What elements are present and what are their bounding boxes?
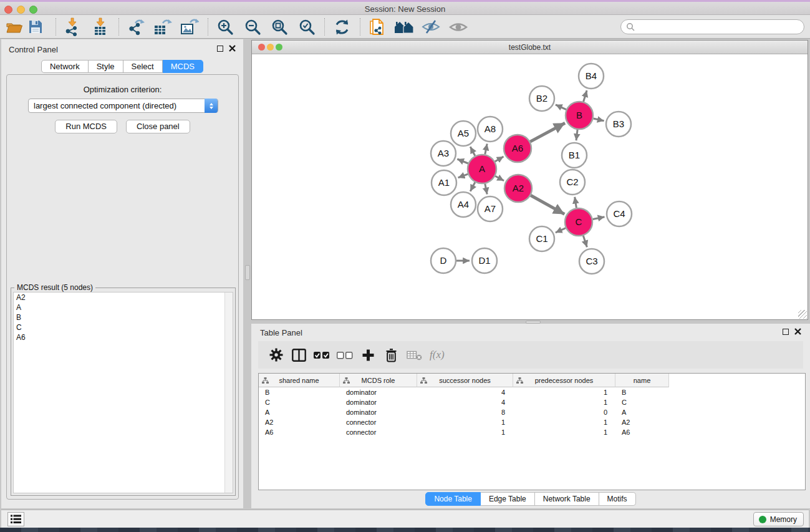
mcds-result-item[interactable]: A (14, 302, 233, 312)
tab-motifs[interactable]: Motifs (599, 492, 636, 506)
graph-node-A5[interactable]: A5 (451, 121, 476, 146)
save-icon[interactable] (27, 17, 44, 36)
graph-node-A2[interactable]: A2 (504, 175, 532, 202)
tab-network[interactable]: Network (41, 60, 89, 73)
table-cell[interactable]: C (259, 397, 340, 407)
open-folder-icon[interactable] (5, 17, 24, 36)
task-history-list-icon[interactable] (7, 512, 24, 526)
edge-A-A5[interactable] (470, 147, 475, 156)
table-cell[interactable]: B (615, 387, 669, 397)
add-column-plus-icon[interactable] (357, 349, 380, 362)
zoom-fit-icon[interactable] (271, 17, 288, 36)
edge-B-B1[interactable] (576, 130, 577, 140)
graph-node-C[interactable]: C (565, 208, 592, 236)
zoom-selected-icon[interactable] (298, 17, 316, 36)
zoom-in-icon[interactable] (216, 17, 234, 36)
table-settings-gear-icon[interactable] (264, 348, 287, 362)
mcds-result-item[interactable]: C (14, 322, 233, 332)
horizontal-splitter-handle[interactable] (526, 321, 541, 324)
table-cell[interactable]: C (615, 397, 669, 407)
close-table-panel-icon[interactable] (794, 328, 801, 335)
graph-node-A1[interactable]: A1 (432, 170, 456, 195)
tab-node-table[interactable]: Node Table (425, 492, 481, 506)
edge-B-B2[interactable] (556, 105, 566, 110)
graph-node-B[interactable]: B (566, 102, 593, 129)
graph-node-A4[interactable]: A4 (451, 192, 476, 217)
edge-A-A7[interactable] (485, 184, 487, 195)
mcds-result-item[interactable]: A2 (14, 293, 233, 302)
import-table-icon[interactable] (91, 17, 110, 36)
column-header-shared-name[interactable]: shared name (259, 374, 340, 387)
select-all-rows-icon[interactable] (311, 351, 334, 359)
column-header-successor-nodes[interactable]: successor nodes (417, 374, 513, 387)
tab-network-table[interactable]: Network Table (535, 492, 599, 506)
float-panel-icon[interactable] (217, 46, 223, 52)
table-row[interactable]: A6connector11A6 (259, 427, 805, 437)
table-cell[interactable]: 1 (417, 417, 513, 427)
refresh-icon[interactable] (334, 17, 350, 36)
edge-A-A1[interactable] (458, 174, 468, 178)
table-cell[interactable]: A (615, 407, 669, 417)
graph-node-B2[interactable]: B2 (529, 86, 554, 111)
tab-style[interactable]: Style (89, 60, 123, 73)
network-window-titlebar[interactable]: testGlobe.txt (252, 41, 808, 54)
search-box[interactable] (620, 19, 804, 34)
mcds-result-item[interactable]: B (14, 312, 233, 322)
edge-A-A8[interactable] (485, 144, 487, 155)
graph-node-B4[interactable]: B4 (579, 64, 604, 89)
edge-A2-C[interactable] (531, 195, 564, 214)
table-cell[interactable]: 4 (417, 387, 513, 397)
graph-node-A6[interactable]: A6 (504, 135, 531, 162)
table-cell[interactable]: 0 (513, 407, 615, 417)
column-view-icon[interactable] (287, 349, 311, 362)
close-panel-icon[interactable] (229, 45, 236, 52)
graph-node-A7[interactable]: A7 (478, 196, 503, 221)
graph-node-C4[interactable]: C4 (607, 201, 632, 226)
scrollbar[interactable] (224, 293, 233, 493)
graph-node-B3[interactable]: B3 (606, 112, 631, 137)
new-network-from-file-icon[interactable] (369, 17, 386, 36)
edge-C-C4[interactable] (593, 217, 605, 220)
column-header-mcds-role[interactable]: MCDS role (340, 374, 417, 387)
table-cell[interactable]: A2 (259, 417, 340, 427)
edge-C-C1[interactable] (556, 228, 566, 233)
tab-mcds[interactable]: MCDS (163, 60, 203, 73)
graph-node-D[interactable]: D (431, 248, 456, 273)
table-cell[interactable]: B (259, 387, 340, 397)
optimization-criterion-select[interactable]: largest connected component (directed) (28, 99, 218, 113)
table-cell[interactable]: A2 (615, 417, 669, 427)
home-view-icon[interactable] (394, 17, 415, 36)
edge-C-C3[interactable] (583, 236, 587, 247)
delete-table-icon[interactable] (403, 350, 426, 360)
show-graphics-details-icon[interactable] (449, 17, 468, 36)
edge-A6-B[interactable] (530, 123, 565, 142)
float-table-panel-icon[interactable] (783, 329, 789, 335)
mcds-result-list[interactable]: A2ABCA6 (13, 292, 233, 493)
graph-node-C2[interactable]: C2 (560, 170, 585, 195)
function-builder-fx-icon[interactable]: f(x) (430, 349, 445, 361)
graph-node-A3[interactable]: A3 (431, 141, 456, 166)
graph-node-C1[interactable]: C1 (529, 226, 554, 251)
table-row[interactable]: Adominator80A (259, 407, 805, 417)
close-panel-button[interactable]: Close panel (126, 120, 190, 133)
tab-edge-table[interactable]: Edge Table (481, 492, 535, 506)
graph-node-A8[interactable]: A8 (478, 117, 503, 142)
export-table-icon[interactable] (153, 17, 172, 36)
table-cell[interactable]: 1 (417, 427, 513, 437)
graph-node-D1[interactable]: D1 (472, 248, 497, 273)
mcds-result-item[interactable]: A6 (14, 332, 233, 342)
graph-node-B1[interactable]: B1 (562, 143, 587, 168)
graph-node-A[interactable]: A (468, 155, 496, 183)
delete-column-trash-icon[interactable] (380, 348, 403, 362)
table-cell[interactable]: A (259, 407, 340, 417)
edge-C-C2[interactable] (575, 197, 577, 208)
edge-B-B4[interactable] (584, 90, 587, 102)
table-cell[interactable]: dominator (340, 397, 417, 407)
network-canvas[interactable]: AA1A2A3A4A5A6A7A8BB1B2B3B4CC1C2C3C4DD1 (252, 54, 808, 320)
vertical-splitter-handle[interactable] (245, 265, 250, 280)
table-cell[interactable]: 1 (513, 397, 615, 407)
column-header-predecessor-nodes[interactable]: predecessor nodes (513, 374, 615, 387)
hide-graphics-details-icon[interactable] (422, 17, 440, 36)
table-cell[interactable]: 1 (513, 417, 615, 427)
table-cell[interactable]: 4 (417, 397, 513, 407)
